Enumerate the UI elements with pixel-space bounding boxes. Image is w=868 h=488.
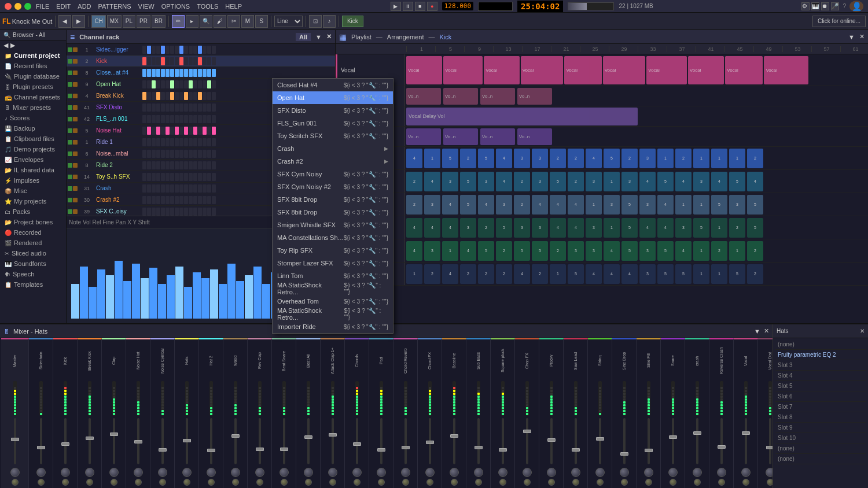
channel-pad[interactable] (147, 138, 151, 146)
channel-pad[interactable] (165, 150, 170, 158)
channel-pad[interactable] (152, 208, 156, 216)
channel-pad[interactable] (175, 92, 179, 100)
channel-pad[interactable] (161, 115, 165, 123)
playlist-clip[interactable]: 1 (424, 149, 440, 168)
send-knob[interactable] (208, 479, 215, 486)
playlist-clip[interactable]: 4 (639, 218, 656, 238)
playlist-clip[interactable]: Vocal (725, 56, 763, 84)
channel-pad[interactable] (165, 184, 170, 193)
kick-label[interactable]: Kick (342, 16, 363, 27)
pan-knob[interactable] (328, 468, 337, 477)
mute-tool[interactable]: M (241, 15, 254, 28)
playlist-clip[interactable]: 5 (657, 264, 674, 284)
channel-rack-all[interactable]: All (296, 33, 311, 41)
send-knob[interactable] (354, 479, 361, 486)
channel-pad[interactable] (189, 196, 193, 204)
playlist-clip[interactable]: 2 (514, 195, 530, 215)
channel-pad[interactable] (170, 150, 174, 158)
pan-knob[interactable] (523, 468, 532, 477)
channel-pad[interactable] (175, 150, 179, 158)
pan-knob[interactable] (304, 468, 313, 477)
mixer-channel[interactable]: Sub Bass (466, 338, 491, 488)
snap-btn[interactable]: ⊡ (309, 15, 322, 28)
send-knob[interactable] (742, 479, 749, 486)
send-knob[interactable] (159, 479, 166, 486)
pan-knob[interactable] (668, 468, 678, 477)
channel-pad[interactable] (203, 150, 207, 158)
mixer-channel[interactable]: Chord FX (418, 338, 442, 488)
playlist-clip[interactable]: 4 (442, 218, 458, 238)
playlist-clip[interactable]: 3 (604, 195, 620, 215)
dropdown-item[interactable]: Smigen Whistle SFX${i < 3 ? "🔧" : ""} (273, 219, 393, 231)
playlist-clip[interactable]: 5 (442, 149, 458, 168)
channel-pad[interactable] (152, 69, 156, 77)
channel-pad[interactable] (193, 208, 197, 216)
fader-handle[interactable] (134, 440, 142, 443)
channel-mute-btn[interactable] (73, 140, 78, 145)
mixer-slot-item[interactable]: Slot 9 (775, 423, 866, 433)
channel-pad[interactable] (198, 184, 202, 193)
channel-pad[interactable] (184, 161, 188, 169)
send-knob[interactable] (499, 479, 506, 486)
channel-pad[interactable] (179, 150, 183, 158)
playlist-clip[interactable]: Vo..n (406, 128, 441, 145)
channel-pad[interactable] (184, 115, 188, 123)
channel-close[interactable]: ✕ (326, 33, 332, 40)
playlist-clip[interactable]: 4 (532, 195, 548, 215)
nav-back[interactable]: ◀ (58, 15, 71, 28)
send-knob[interactable] (645, 479, 652, 486)
pan-knob[interactable] (255, 468, 264, 477)
minimize-button[interactable] (14, 3, 21, 10)
channel-pad[interactable] (203, 196, 207, 204)
channel-pad[interactable] (175, 184, 179, 193)
channel-pad[interactable] (179, 173, 183, 181)
pan-knob[interactable] (571, 468, 580, 477)
channel-pad[interactable] (203, 115, 207, 123)
channel-pad[interactable] (198, 208, 202, 216)
channel-pad[interactable] (142, 46, 146, 54)
playlist-clip[interactable]: 3 (424, 195, 440, 215)
playlist-clip[interactable]: 3 (675, 218, 692, 238)
channel-active-light[interactable] (68, 59, 72, 64)
playlist-clip[interactable]: 4 (639, 172, 656, 191)
mixer-channel[interactable]: Sine Drop (612, 338, 637, 488)
playlist-clip[interactable]: Vo..n (443, 88, 478, 105)
channel-pad[interactable] (207, 46, 211, 54)
dropdown-item[interactable]: Crash▶ (273, 142, 393, 155)
channel-pad[interactable] (212, 46, 216, 54)
fader-handle[interactable] (86, 437, 94, 440)
playlist-clip[interactable]: 1 (604, 218, 620, 238)
channel-pad[interactable] (193, 80, 197, 88)
channel-pad[interactable] (161, 103, 165, 112)
channel-pad[interactable] (161, 150, 165, 158)
playlist-clip[interactable]: 4 (586, 264, 602, 284)
playlist-close[interactable]: ✕ (859, 33, 865, 40)
fader-handle[interactable] (353, 442, 361, 446)
channel-active-light[interactable] (68, 94, 72, 98)
channel-pad[interactable] (207, 173, 211, 181)
playlist-clip[interactable]: 3 (460, 218, 476, 238)
channel-mute-btn[interactable] (73, 151, 78, 156)
menu-options[interactable]: OPTIONS (161, 3, 190, 10)
channel-pad[interactable] (152, 92, 156, 100)
mixer-channel[interactable]: Attack Clap 1+ (321, 338, 345, 488)
channel-pad[interactable] (156, 150, 160, 158)
channel-pad[interactable] (198, 69, 202, 77)
channel-pad[interactable] (179, 161, 183, 169)
pan-knob[interactable] (547, 468, 556, 477)
fader-handle[interactable] (475, 446, 483, 449)
nav-forward[interactable]: ▶ (72, 15, 85, 28)
dropdown-item[interactable]: Crash #2▶ (273, 155, 393, 168)
channel-pad[interactable] (189, 173, 193, 181)
channel-pad[interactable] (203, 138, 207, 146)
channel-pad[interactable] (207, 69, 211, 77)
channel-rack-button[interactable]: CH (91, 15, 105, 28)
fader-handle[interactable] (61, 442, 69, 446)
channel-pad[interactable] (175, 208, 179, 216)
mixer-channel[interactable]: Wood (223, 338, 248, 488)
channel-pad[interactable] (175, 80, 179, 88)
playlist-clip[interactable]: 3 (639, 195, 656, 215)
playlist-clip[interactable]: 3 (639, 149, 656, 168)
playlist-track-content[interactable]: 44432533443154435125 (405, 216, 868, 239)
dropdown-item[interactable]: Importer Ride${i < 3 ? "🔧" : ""} (273, 320, 393, 333)
